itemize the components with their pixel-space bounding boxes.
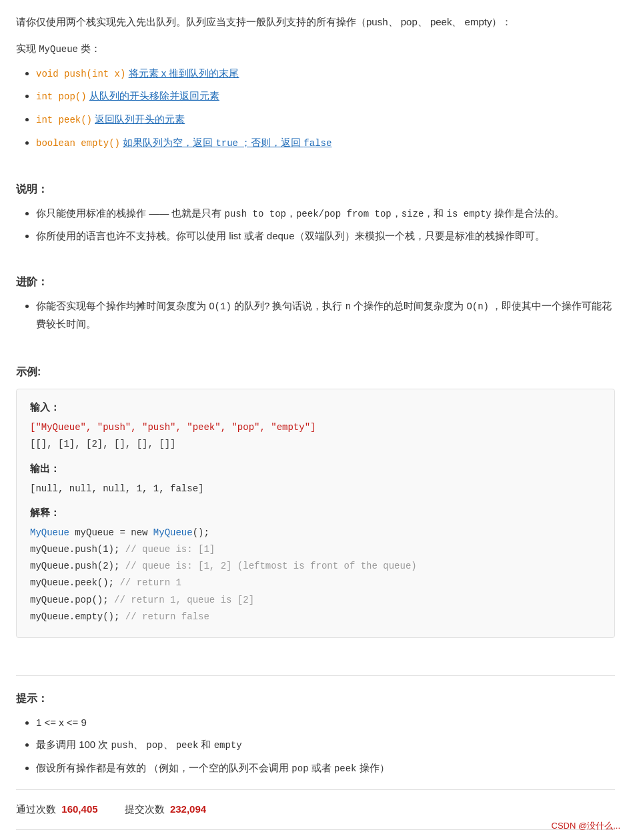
implement-list: void push(int x) 将元素 x 推到队列的末尾 int pop()… (16, 65, 615, 152)
implement-item-push: void push(int x) 将元素 x 推到队列的末尾 (36, 65, 615, 83)
hints-section: 提示： 1 <= x <= 9最多调用 100 次 push、 pop、 pee… (16, 692, 615, 777)
pass-label: 通过次数 160,405 (16, 803, 98, 816)
explain-label: 解释： (30, 507, 601, 519)
explain-line: myQueue.push(2); // queue is: [1, 2] (le… (30, 558, 601, 575)
output-line: [null, null, null, 1, 1, false] (30, 481, 601, 497)
submit-value: 232,094 (170, 803, 206, 815)
divider-3 (16, 829, 615, 830)
note-title: 说明： (16, 183, 615, 197)
note-item-1: 你只能使用标准的栈操作 —— 也就是只有 push to top，peek/po… (36, 205, 615, 223)
implement-item-pop: int pop() 从队列的开头移除并返回元素 (36, 87, 615, 105)
hint-item-2: 假设所有操作都是有效的 （例如，一个空的队列不会调用 pop 或者 peek 操… (36, 759, 615, 777)
csdn-watermark: CSDN @没什么... (552, 820, 620, 832)
explain-line: myQueue.peek(); // return 1 (30, 575, 601, 591)
note-item-2: 你所使用的语言也许不支持栈。你可以使用 list 或者 deque（双端队列）来… (36, 227, 615, 245)
implement-class: 实现 MyQueue 类： (16, 43, 101, 54)
hints-title: 提示： (16, 692, 615, 706)
input-line2: [[], [1], [2], [], [], []] (30, 436, 601, 453)
divider-1 (16, 675, 615, 676)
hints-list: 1 <= x <= 9最多调用 100 次 push、 pop、 peek 和 … (16, 714, 615, 777)
divider-2 (16, 789, 615, 790)
hint-item-1: 最多调用 100 次 push、 pop、 peek 和 empty (36, 736, 615, 754)
example-box: 输入： ["MyQueue", "push", "push", "peek", … (16, 389, 615, 638)
implement-label: 实现 MyQueue 类： (16, 43, 615, 55)
submit-label: 提交次数 232,094 (125, 803, 207, 816)
output-label: 输出： (30, 463, 601, 475)
input-label: 输入： (30, 401, 601, 414)
explain-line: myQueue.empty(); // return false (30, 609, 601, 625)
advanced-item: 你能否实现每个操作均摊时间复杂度为 O(1) 的队列? 换句话说，执行 n 个操… (36, 297, 615, 332)
pass-value: 160,405 (61, 803, 97, 815)
explain-lines: MyQueue myQueue = new MyQueue();myQueue.… (30, 525, 601, 625)
explain-line: myQueue.pop(); // return 1, queue is [2] (30, 592, 601, 609)
implement-item-peek: int peek() 返回队列开头的元素 (36, 111, 615, 129)
stats-row: 通过次数 160,405 提交次数 232,094 (16, 803, 615, 816)
explain-line: MyQueue myQueue = new MyQueue(); (30, 525, 601, 541)
advanced-title: 进阶： (16, 275, 615, 289)
advanced-list: 你能否实现每个操作均摊时间复杂度为 O(1) 的队列? 换句话说，执行 n 个操… (16, 297, 615, 332)
note-list: 你只能使用标准的栈操作 —— 也就是只有 push to top，peek/po… (16, 205, 615, 245)
implement-item-empty: boolean empty() 如果队列为空，返回 true ；否则，返回 fa… (36, 134, 615, 152)
hint-item-0: 1 <= x <= 9 (36, 714, 615, 731)
example-title: 示例: (16, 365, 615, 379)
explain-line: myQueue.push(1); // queue is: [1] (30, 541, 601, 558)
input-line1: ["MyQueue", "push", "push", "peek", "pop… (30, 419, 601, 436)
intro-text: 请你仅使用两个栈实现先入先出队列。队列应当支持一般队列支持的所有操作（push、… (16, 13, 615, 31)
